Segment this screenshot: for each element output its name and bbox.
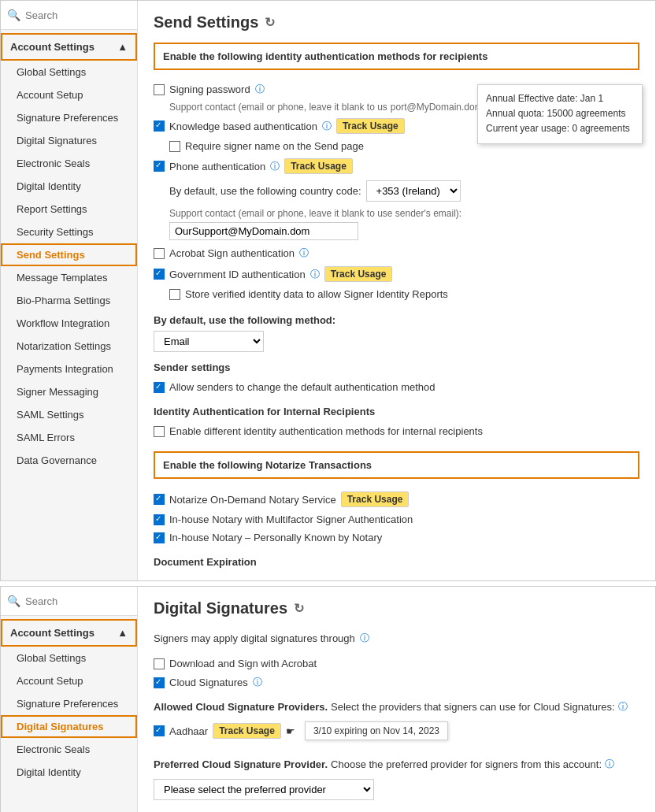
aadhaar-track-usage-button[interactable]: Track Usage	[213, 723, 281, 739]
notarize-on-demand-checkbox[interactable]	[154, 494, 165, 505]
identity-auth-section-box: Enable the following identity authentica…	[154, 43, 639, 70]
download-sign-row: Download and Sign with Acrobat	[154, 654, 639, 673]
sidebar2-account-section: Account Settings ▲ Global Settings Accou…	[1, 616, 137, 787]
tooltip-annual-quota: Annual quota: 15000 agreements	[486, 106, 634, 121]
sidebar2-item-digital-identity[interactable]: Digital Identity	[1, 761, 137, 784]
inhouse-notary-known-row: In-house Notary – Personally Known by No…	[154, 528, 639, 547]
sidebar2-item-digital-signatures[interactable]: Digital Signatures	[1, 715, 137, 738]
inhouse-notary-known-checkbox[interactable]	[154, 532, 165, 543]
sidebar-send-settings: 🔍 Account Settings ▲ Global Settings Acc…	[1, 1, 138, 580]
notarize-on-demand-row: Notarize On-Demand Notary Service Track …	[154, 488, 639, 510]
sidebar-item-signer-messaging[interactable]: Signer Messaging	[1, 380, 137, 403]
sidebar-item-security-settings[interactable]: Security Settings	[1, 221, 137, 243]
government-id-help-icon[interactable]: ⓘ	[310, 268, 320, 281]
sidebar-search-container[interactable]: 🔍	[1, 1, 137, 30]
cursor-hand-icon: ☛	[286, 725, 295, 737]
support-contact-input[interactable]	[169, 222, 358, 240]
sidebar-item-saml-settings[interactable]: SAML Settings	[1, 403, 137, 426]
main-send-settings: Send Settings ↻ Annual Effective date: J…	[138, 1, 655, 580]
country-code-row: By default, use the following country co…	[154, 177, 639, 205]
signers-may-help-icon[interactable]: ⓘ	[360, 632, 369, 645]
phone-auth-track-usage-button[interactable]: Track Usage	[284, 158, 353, 174]
phone-auth-help-icon[interactable]: ⓘ	[270, 160, 280, 173]
sidebar2-search-container[interactable]: 🔍	[1, 587, 137, 616]
search-input[interactable]	[25, 9, 131, 21]
preferred-cloud-label-row: Preferred Cloud Signature Provider. Choo…	[154, 755, 639, 774]
sidebar-item-digital-identity[interactable]: Digital Identity	[1, 175, 137, 198]
aadhaar-tooltip: 3/10 expiring on Nov 14, 2023	[305, 721, 448, 740]
sidebar-item-report-settings[interactable]: Report Settings	[1, 198, 137, 221]
download-sign-checkbox[interactable]	[154, 658, 165, 669]
sidebar-item-saml-errors[interactable]: SAML Errors	[1, 426, 137, 449]
document-expiration-label: Document Expiration	[154, 556, 639, 568]
panel-send-settings: 🔍 Account Settings ▲ Global Settings Acc…	[0, 0, 656, 581]
default-method-label: By default, use the following method:	[154, 314, 639, 326]
sidebar-item-global-settings[interactable]: Global Settings	[1, 61, 137, 83]
preferred-cloud-help-icon[interactable]: ⓘ	[605, 758, 614, 771]
account-settings-nav[interactable]: Account Settings ▲	[1, 33, 137, 61]
preferred-provider-select[interactable]: Please select the preferred provider	[154, 779, 374, 800]
phone-auth-checkbox[interactable]	[154, 161, 165, 172]
sidebar-item-data-governance[interactable]: Data Governance	[1, 449, 137, 472]
account-settings-nav-2[interactable]: Account Settings ▲	[1, 619, 137, 647]
acrobat-sign-row: Acrobat Sign authentication ⓘ	[154, 243, 639, 263]
government-id-checkbox[interactable]	[154, 269, 165, 280]
knowledge-based-checkbox[interactable]	[154, 121, 165, 132]
knowledge-based-help-icon[interactable]: ⓘ	[322, 120, 332, 133]
main-digital-signatures: Digital Signatures ↻ Signers may apply d…	[138, 587, 655, 812]
refresh-icon[interactable]: ↻	[265, 15, 275, 30]
sidebar-item-notarization-settings[interactable]: Notarization Settings	[1, 335, 137, 358]
store-verified-checkbox[interactable]	[169, 289, 180, 300]
government-id-track-usage-button[interactable]: Track Usage	[324, 266, 393, 282]
sidebar2-item-signature-preferences[interactable]: Signature Preferences	[1, 692, 137, 715]
sidebar-item-message-templates[interactable]: Message Templates	[1, 266, 137, 289]
signers-may-row: Signers may apply digital signatures thr…	[154, 628, 639, 648]
search-icon: 🔍	[7, 9, 20, 21]
inhouse-notary-mfa-checkbox[interactable]	[154, 514, 165, 525]
support-contact-row2: Support contact (email or phone, leave i…	[154, 205, 639, 243]
government-id-row: Government ID authentication ⓘ Track Usa…	[154, 263, 639, 285]
require-signer-checkbox[interactable]	[169, 141, 180, 152]
sidebar-item-biopharma[interactable]: Bio-Pharma Settings	[1, 289, 137, 312]
sidebar-account-section: Account Settings ▲ Global Settings Accou…	[1, 30, 137, 475]
sidebar-item-account-setup[interactable]: Account Setup	[1, 83, 137, 106]
preferred-cloud-section: Preferred Cloud Signature Provider. Choo…	[154, 755, 639, 800]
store-verified-row: Store verified identity data to allow Si…	[154, 285, 639, 303]
default-method-select[interactable]: Email	[154, 331, 264, 352]
search-icon-2: 🔍	[7, 595, 20, 607]
enable-different-checkbox[interactable]	[154, 426, 165, 437]
signing-password-help-icon[interactable]: ⓘ	[255, 83, 265, 96]
refresh-icon-2[interactable]: ↻	[294, 601, 304, 616]
sidebar2-item-electronic-seals[interactable]: Electronic Seals	[1, 738, 137, 761]
sidebar-item-digital-signatures[interactable]: Digital Signatures	[1, 129, 137, 152]
inhouse-notary-mfa-row: In-house Notary with Multifactor Signer …	[154, 510, 639, 528]
sender-settings-label: Sender settings	[154, 362, 639, 373]
acrobat-sign-help-icon[interactable]: ⓘ	[299, 247, 309, 260]
track-usage-tooltip: Annual Effective date: Jan 1 Annual quot…	[477, 84, 643, 144]
sidebar-item-send-settings[interactable]: Send Settings	[1, 243, 137, 266]
allow-senders-checkbox[interactable]	[154, 382, 165, 393]
country-code-select[interactable]: +353 (Ireland)	[366, 180, 461, 202]
identity-auth-internal-section: Identity Authentication for Internal Rec…	[154, 406, 639, 440]
sender-settings-section: Sender settings Allow senders to change …	[154, 362, 639, 396]
search-input-2[interactable]	[25, 595, 131, 607]
allowed-cloud-help-icon[interactable]: ⓘ	[618, 700, 628, 714]
tooltip-current-year: Current year usage: 0 agreements	[486, 121, 634, 136]
sidebar2-item-account-setup[interactable]: Account Setup	[1, 669, 137, 692]
sidebar-item-payments-integration[interactable]: Payments Integration	[1, 358, 137, 380]
acrobat-sign-checkbox[interactable]	[154, 248, 165, 259]
notarize-on-demand-track-usage-button[interactable]: Track Usage	[341, 491, 410, 507]
chevron-up-icon-2: ▲	[117, 627, 128, 639]
identity-auth-internal-label: Identity Authentication for Internal Rec…	[154, 406, 639, 417]
signing-password-checkbox[interactable]	[154, 84, 165, 95]
aadhaar-checkbox[interactable]	[154, 725, 165, 736]
sidebar-item-signature-preferences[interactable]: Signature Preferences	[1, 106, 137, 129]
sidebar2-item-global-settings[interactable]: Global Settings	[1, 647, 137, 669]
sidebar-item-electronic-seals[interactable]: Electronic Seals	[1, 152, 137, 175]
phone-auth-row: Phone authentication ⓘ Track Usage	[154, 155, 639, 177]
sidebar-item-workflow-integration[interactable]: Workflow Integration	[1, 312, 137, 335]
cloud-signatures-help-icon[interactable]: ⓘ	[253, 676, 262, 689]
sidebar-digital-signatures: 🔍 Account Settings ▲ Global Settings Acc…	[1, 587, 138, 812]
cloud-signatures-checkbox[interactable]	[154, 677, 165, 688]
knowledge-based-track-usage-button[interactable]: Track Usage	[336, 118, 405, 134]
